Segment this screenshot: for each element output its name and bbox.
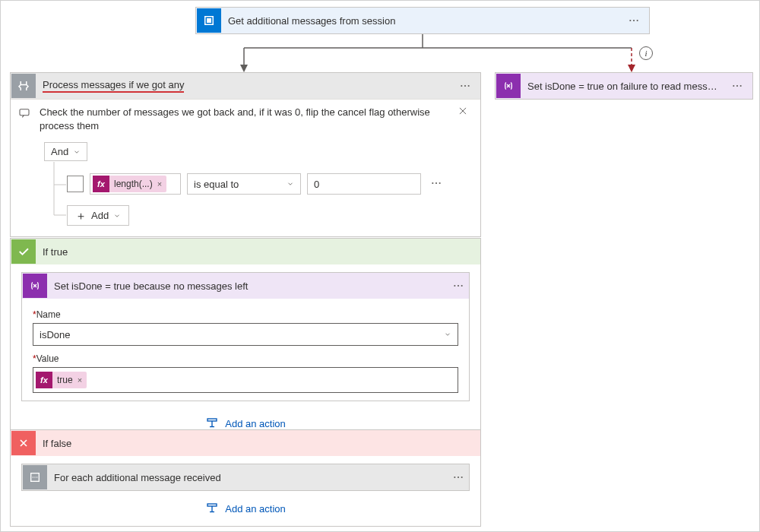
fx-pill[interactable]: fx true ×: [36, 372, 87, 388]
action-menu[interactable]: [448, 275, 469, 296]
name-value: isDone: [40, 329, 70, 340]
action-set-isdone-failure[interactable]: Set isDone = true on failure to read mes…: [495, 72, 753, 100]
svg-rect-15: [207, 419, 217, 421]
svg-point-10: [435, 182, 437, 184]
close-icon: [11, 431, 36, 455]
condition-row: fx length(...) × is equal to 0: [67, 173, 473, 195]
svg-point-3: [633, 20, 635, 21]
value-text: 0: [314, 179, 319, 190]
plus-icon: ＋: [75, 210, 87, 221]
row-checkbox[interactable]: [67, 176, 84, 192]
action-set-isdone-true: Set isDone = true because no messages le…: [21, 272, 470, 401]
group-label: And: [51, 146, 68, 157]
condition-card: Process messages if we got any Check the…: [10, 72, 481, 237]
svg-point-7: [468, 85, 470, 87]
condition-group-selector[interactable]: And: [44, 142, 87, 161]
info-icon[interactable]: i: [639, 46, 653, 60]
action-header[interactable]: Set isDone = true because no messages le…: [22, 273, 469, 299]
svg-point-21: [733, 85, 734, 87]
svg-point-9: [432, 182, 433, 184]
action-title: Set isDone = true because no messages le…: [48, 280, 448, 292]
tree-connector: [43, 162, 68, 223]
condition-comment: Check the number of messages we got back…: [40, 106, 450, 133]
add-action-icon: [205, 416, 219, 430]
operator-select[interactable]: is equal to: [187, 173, 301, 195]
svg-point-12: [454, 285, 455, 287]
action-menu[interactable]: [448, 467, 469, 488]
if-false-header[interactable]: If false: [11, 430, 480, 456]
svg-point-23: [740, 85, 742, 87]
comment-close[interactable]: [458, 106, 473, 119]
svg-point-2: [629, 20, 631, 21]
fx-remove[interactable]: ×: [78, 375, 82, 385]
if-true-branch: If true Set isDone = true because no mes…: [10, 238, 481, 442]
svg-rect-1: [207, 19, 211, 23]
condition-title: Process messages if we got any: [36, 79, 454, 93]
svg-rect-8: [20, 109, 29, 116]
fx-pill[interactable]: fx length(...) ×: [93, 176, 166, 192]
chevron-down-icon: [444, 331, 451, 338]
action-title: Set isDone = true on failure to read mes…: [521, 81, 727, 92]
svg-rect-20: [207, 504, 217, 506]
name-label: *Name: [33, 309, 458, 320]
action-get-additional-messages[interactable]: Get additional messages from session: [195, 7, 650, 34]
action-title: Get additional messages from session: [222, 15, 623, 27]
svg-point-13: [458, 285, 459, 287]
value-label: *Value: [33, 353, 458, 364]
svg-point-14: [461, 285, 463, 287]
action-menu[interactable]: [727, 75, 748, 97]
variable-icon: [496, 74, 521, 98]
svg-point-22: [736, 85, 738, 87]
add-action-false[interactable]: Add an action: [11, 494, 480, 526]
fx-icon: fx: [36, 372, 52, 388]
servicebus-icon: [197, 8, 221, 33]
operator-value: is equal to: [194, 179, 239, 190]
add-condition-button[interactable]: ＋ Add: [67, 205, 129, 226]
value-input[interactable]: fx true ×: [33, 367, 458, 393]
condition-comment-row: Check the number of messages we got back…: [11, 99, 480, 139]
if-true-title: If true: [36, 246, 476, 258]
condition-header[interactable]: Process messages if we got any: [11, 73, 480, 99]
if-false-branch: If false For each additional message rec…: [10, 429, 481, 527]
row-menu[interactable]: [427, 177, 445, 192]
add-action-label: Add an action: [225, 418, 286, 429]
action-body: *Name isDone *Value fx true ×: [22, 299, 469, 401]
foreach-icon: [23, 465, 47, 489]
condition-body: And fx length(...) × is equal to: [11, 139, 480, 236]
variable-icon: [23, 274, 47, 298]
svg-point-18: [458, 477, 459, 478]
chevron-down-icon: [113, 212, 121, 220]
name-select[interactable]: isDone: [33, 323, 458, 346]
check-icon: [11, 239, 36, 264]
chevron-down-icon: [73, 148, 81, 156]
chevron-down-icon: [287, 180, 294, 188]
fx-label: length(...): [114, 179, 153, 189]
if-false-title: If false: [36, 438, 476, 449]
fx-icon: fx: [93, 176, 109, 192]
fx-remove[interactable]: ×: [157, 179, 162, 188]
svg-point-6: [464, 85, 466, 87]
add-action-label: Add an action: [225, 503, 286, 515]
condition-icon: [11, 74, 36, 98]
action-menu[interactable]: [623, 10, 644, 31]
svg-point-5: [461, 85, 462, 87]
add-label: Add: [91, 210, 109, 221]
svg-point-17: [454, 477, 455, 478]
flow-canvas: i Get additional messages from session P…: [0, 0, 760, 532]
fx-label: true: [57, 375, 73, 385]
svg-point-11: [439, 182, 441, 184]
value-input[interactable]: 0: [307, 173, 421, 195]
svg-point-4: [637, 20, 638, 21]
comment-icon: [18, 106, 32, 122]
add-action-icon: [205, 502, 219, 515]
action-title: For each additional message received: [48, 472, 448, 483]
expression-input[interactable]: fx length(...) ×: [90, 173, 181, 195]
condition-menu[interactable]: [454, 75, 476, 97]
action-foreach-message[interactable]: For each additional message received: [21, 464, 470, 491]
if-true-header[interactable]: If true: [11, 239, 480, 264]
svg-point-19: [461, 477, 463, 478]
